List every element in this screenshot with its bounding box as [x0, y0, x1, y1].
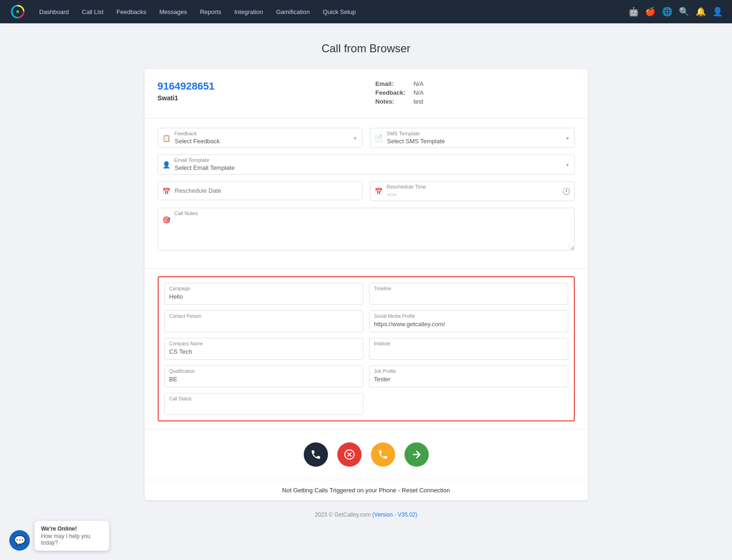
- fields-row-5: Call Status: [164, 393, 568, 415]
- feedback-value: N/A: [414, 89, 424, 96]
- call-notes-label: Call Notes: [174, 210, 198, 216]
- email-label: Email:: [376, 80, 408, 87]
- email-template-field-label: Email Template: [174, 157, 209, 163]
- call-button[interactable]: [304, 442, 328, 467]
- social-media-value: https://www.getcalley.com/: [374, 321, 445, 328]
- mute-button[interactable]: [371, 442, 395, 467]
- nav-quicksetup[interactable]: Quick Setup: [317, 6, 362, 18]
- nav-calllist[interactable]: Call List: [77, 6, 109, 18]
- email-row: Email: N/A: [376, 80, 575, 87]
- time-icon: 🕐: [562, 188, 570, 195]
- email-value: N/A: [414, 80, 424, 87]
- form-row-2: 👤 Email Template Select Email Template ▼: [158, 154, 575, 175]
- contact-info: 9164928651 Swati1 Email: N/A Feedback: N…: [145, 69, 588, 119]
- custom-fields-section: Campaign Hello Timeline Contact Person S…: [158, 276, 575, 421]
- fields-row-4: Qualification BE Job Profile Tester: [164, 365, 568, 387]
- footer-version[interactable]: (Version - V35.02): [372, 511, 418, 518]
- feedback-group: 📋 Feedback Select Feedback ▼: [158, 128, 363, 148]
- search-icon[interactable]: 🔍: [679, 7, 689, 17]
- logo[interactable]: [9, 3, 26, 20]
- notes-row: Notes: test: [376, 98, 575, 105]
- form-row-4: 🎯 Call Notes ⋱: [158, 208, 575, 252]
- sms-template-group: 📄 SMS Template Select SMS Template ▼: [370, 128, 575, 148]
- reset-section: Not Getting Calls Triggered on your Phon…: [145, 480, 588, 500]
- company-name-value: CS Tech: [169, 348, 192, 355]
- nav-gamification[interactable]: Gamification: [271, 6, 315, 18]
- call-status-label: Call Status: [169, 396, 358, 401]
- email-template-select[interactable]: Select Email Template: [158, 154, 575, 175]
- form-row-3: 📅 📅 Reschedule Time 🕐: [158, 181, 575, 201]
- svg-point-0: [16, 10, 19, 13]
- notification-icon[interactable]: 🔔: [696, 7, 706, 17]
- company-name-field: Company Name CS Tech: [164, 338, 363, 360]
- institute-label: Institute: [374, 341, 563, 346]
- qualification-value: BE: [169, 376, 177, 383]
- nav-reports[interactable]: Reports: [195, 6, 227, 18]
- contact-name: Swati1: [158, 94, 357, 102]
- reset-text[interactable]: Not Getting Calls Triggered on your Phon…: [282, 487, 450, 494]
- main-card: 9164928651 Swati1 Email: N/A Feedback: N…: [145, 69, 588, 500]
- reschedule-date-input[interactable]: [158, 181, 363, 200]
- apple-icon[interactable]: 🍎: [645, 7, 655, 17]
- clock-calendar-icon: 📅: [375, 188, 383, 195]
- contact-left: 9164928651 Swati1: [158, 80, 357, 107]
- social-media-label: Social Media Profile: [374, 314, 563, 319]
- navbar: Dashboard Call List Feedbacks Messages R…: [0, 0, 732, 23]
- contact-person-field: Contact Person: [164, 310, 363, 332]
- reschedule-time-label: Reschedule Time: [387, 184, 426, 189]
- feedback-icon: 📋: [162, 134, 170, 142]
- campaign-label: Campaign: [169, 286, 358, 291]
- reschedule-date-group: 📅: [158, 181, 363, 201]
- form-section: 📋 Feedback Select Feedback ▼ 📄 SMS Templ…: [145, 119, 588, 269]
- android-icon[interactable]: 🤖: [628, 7, 639, 17]
- chat-bubble: We're Online! How may I help you today?: [35, 521, 109, 551]
- globe-icon[interactable]: 🌐: [662, 7, 672, 17]
- notes-label: Notes:: [376, 98, 408, 105]
- chat-icon[interactable]: 💬: [9, 530, 30, 551]
- fields-row-2: Contact Person Social Media Profile http…: [164, 310, 568, 332]
- timeline-label: Timeline: [374, 286, 563, 291]
- job-profile-value: Tester: [374, 376, 390, 383]
- job-profile-field: Job Profile Tester: [369, 365, 568, 387]
- call-status-field: Call Status: [164, 393, 363, 415]
- end-call-button[interactable]: [337, 442, 362, 467]
- sms-field-label: SMS Template: [387, 131, 420, 136]
- contact-right: Email: N/A Feedback: N/A Notes: test: [376, 80, 575, 107]
- call-status-value: [169, 402, 358, 411]
- qualification-label: Qualification: [169, 369, 358, 374]
- form-row-1: 📋 Feedback Select Feedback ▼ 📄 SMS Templ…: [158, 128, 575, 148]
- nav-feedbacks[interactable]: Feedbacks: [111, 6, 152, 18]
- contact-person-label: Contact Person: [169, 314, 358, 319]
- job-profile-label: Job Profile: [374, 369, 563, 374]
- chat-subtitle: How may I help you today?: [41, 533, 103, 546]
- nav-dashboard[interactable]: Dashboard: [34, 6, 75, 18]
- feedback-field-label: Feedback: [174, 131, 197, 136]
- user-icon[interactable]: 👤: [712, 7, 723, 17]
- resize-icon: ⋱: [567, 244, 573, 251]
- page: Call from Browser 9164928651 Swati1 Emai…: [0, 23, 732, 546]
- nav-integration[interactable]: Integration: [229, 6, 268, 18]
- page-footer: 2023 © GetCalley.com (Version - V35.02): [9, 511, 723, 518]
- forward-button[interactable]: [404, 442, 429, 467]
- timeline-field: Timeline: [369, 283, 568, 305]
- campaign-value: Hello: [169, 293, 183, 300]
- feedback-label: Feedback:: [376, 89, 408, 96]
- company-name-label: Company Name: [169, 341, 358, 346]
- chat-widget: 💬 We're Online! How may I help you today…: [9, 521, 109, 551]
- institute-value: [374, 347, 563, 356]
- contact-person-value: [169, 320, 358, 328]
- fields-row-3: Company Name CS Tech Institute: [164, 338, 568, 360]
- nav-links: Dashboard Call List Feedbacks Messages R…: [34, 6, 628, 18]
- chat-title: We're Online!: [41, 525, 103, 532]
- campaign-field: Campaign Hello: [164, 283, 363, 305]
- notes-value: test: [414, 98, 424, 105]
- call-notes-textarea[interactable]: [158, 208, 575, 251]
- email-template-icon: 👤: [162, 161, 170, 168]
- footer-year: 2023 © GetCalley.com: [314, 511, 370, 518]
- sms-icon: 📄: [375, 134, 383, 142]
- notes-icon: 🎯: [162, 216, 170, 224]
- nav-messages[interactable]: Messages: [153, 6, 192, 18]
- contact-phone: 9164928651: [158, 80, 357, 92]
- navbar-icons: 🤖 🍎 🌐 🔍 🔔 👤: [628, 7, 723, 17]
- action-section: [145, 429, 588, 480]
